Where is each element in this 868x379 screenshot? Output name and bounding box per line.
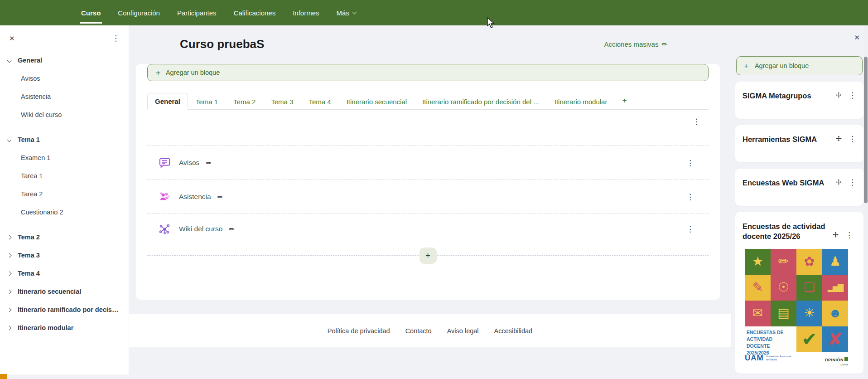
sidebar-item-avisos[interactable]: Avisos — [0, 69, 129, 87]
tab-tema-2[interactable]: Tema 2 — [226, 93, 263, 110]
tab-itinerario-modular[interactable]: Itinerario modular — [547, 93, 615, 110]
sidebar-section-general[interactable]: General — [0, 51, 129, 69]
corner-orange-marker — [0, 374, 7, 379]
item-label: Wiki del curso — [21, 111, 62, 118]
tab-informes[interactable]: Informes — [284, 0, 328, 25]
opinion-logo-sub: cuenta — [825, 363, 848, 366]
tab-configuracion[interactable]: Configuración — [109, 0, 169, 25]
tab-itinerario-secuencial[interactable]: Itinerario secuencial — [339, 93, 415, 110]
poster-tile-layers: ❏ — [796, 275, 822, 301]
activity-link-asistencia[interactable]: Asistencia — [179, 193, 211, 201]
tab-calificaciones[interactable]: Calificaciones — [225, 0, 285, 25]
activity-row-avisos: Avisos ✏ ⋮ — [147, 146, 709, 180]
page-title: Curso pruebaS — [180, 37, 264, 51]
block-kebab-icon[interactable]: ⋮ — [849, 179, 856, 186]
item-label: Examen 1 — [21, 154, 50, 161]
sidebar-section-tema-1[interactable]: Tema 1 — [0, 131, 129, 149]
tab-informes-label: Informes — [293, 9, 319, 17]
add-activity-button[interactable]: + — [420, 248, 437, 264]
item-label: Avisos — [21, 75, 40, 82]
tab-tema-1[interactable]: Tema 1 — [188, 93, 226, 110]
chevron-down-icon — [7, 58, 12, 63]
poster-tile-pencil: ✏ — [771, 249, 796, 275]
chevron-right-icon — [7, 271, 12, 276]
poster-cross-icon: ✘ — [822, 326, 848, 352]
move-block-icon[interactable] — [835, 92, 842, 98]
sidebar-section-tema-4[interactable]: Tema 4 — [0, 264, 129, 282]
opinion-logo-square — [844, 357, 848, 361]
course-index-kebab-icon[interactable]: ⋮ — [112, 34, 120, 42]
sidebar-item-tarea-2[interactable]: Tarea 2 — [0, 185, 129, 203]
poster-tile-orgchart: ♟ — [822, 249, 848, 275]
sidebar-item-cuestionario-2[interactable]: Cuestionario 2 — [0, 203, 129, 221]
chevron-right-icon — [7, 326, 12, 330]
sidebar-item-examen-1[interactable]: Examen 1 — [0, 149, 129, 167]
item-label: Tarea 2 — [21, 190, 43, 198]
block-kebab-icon[interactable]: ⋮ — [845, 231, 853, 239]
tab-general[interactable]: General — [147, 93, 188, 110]
block-title: Encuestas de actividad docente 2025/26 — [743, 221, 829, 242]
activity-row-asistencia: Asistencia ✏ ⋮ — [147, 180, 709, 214]
chevron-right-icon — [7, 235, 12, 239]
tab-participantes[interactable]: Participantes — [169, 0, 225, 25]
activity-kebab-icon[interactable]: ⋮ — [686, 193, 694, 201]
close-blocks-drawer-icon[interactable]: ✕ — [854, 34, 860, 41]
chevron-down-icon — [7, 137, 12, 142]
block-title: Encuestas Web SIGMA — [743, 178, 832, 188]
activity-link-avisos[interactable]: Avisos — [179, 159, 199, 167]
add-section-tab-button[interactable]: + — [615, 92, 634, 109]
edit-pencil-icon[interactable]: ✏ — [217, 194, 223, 200]
block-kebab-icon[interactable]: ⋮ — [849, 135, 856, 143]
footer-link-aviso-legal[interactable]: Aviso legal — [447, 327, 479, 335]
sidebar-item-tarea-1[interactable]: Tarea 1 — [0, 167, 129, 185]
poster-tile-easel: ✎ — [745, 275, 771, 301]
bulk-actions-link[interactable]: Acciones masivas ✏ — [604, 40, 667, 48]
tab-itinerario-ramificado[interactable]: Itinerario ramificado por decisión del .… — [415, 93, 547, 110]
sidebar-section-itinerario-modular[interactable]: Itinerario modular — [0, 319, 129, 337]
poster-tile-cap: ★ — [745, 249, 771, 275]
block-sigma-metagrupos: SIGMA Metagrupos ⋮ — [735, 82, 863, 119]
activity-row-wiki: Wiki del curso ✏ ⋮ — [147, 214, 709, 244]
edit-pencil-icon[interactable]: ✏ — [206, 160, 212, 166]
footer-link-privacidad[interactable]: Política de privacidad — [328, 327, 390, 335]
poster-tile-envelope: ✉ — [745, 301, 771, 326]
poster-tile-diploma: ✿ — [796, 249, 822, 275]
footer-link-accesibilidad[interactable]: Accesibilidad — [494, 327, 533, 335]
bulk-actions-label: Acciones masivas — [604, 40, 658, 48]
move-block-icon[interactable] — [835, 135, 842, 142]
move-block-icon[interactable] — [835, 179, 842, 185]
add-block-button-main[interactable]: + Agregar un bloque — [147, 64, 709, 81]
sidebar-section-tema-3[interactable]: Tema 3 — [0, 246, 129, 264]
scrollbar-thumb[interactable] — [864, 57, 868, 203]
sidebar-section-itinerario-ramificado[interactable]: Itinerario ramificado por decisió... — [0, 301, 129, 319]
sidebar-item-asistencia[interactable]: Asistencia — [0, 87, 129, 106]
add-block-button-drawer[interactable]: + Agregar un bloque — [736, 56, 863, 75]
move-block-icon[interactable] — [832, 231, 839, 238]
edit-pencil-icon[interactable]: ✏ — [229, 226, 235, 233]
footer-link-contacto[interactable]: Contacto — [405, 327, 432, 335]
sidebar-item-wiki-del-curso[interactable]: Wiki del curso — [0, 106, 129, 124]
attendance-icon — [159, 191, 171, 203]
opinion-logo: OPINIÓN — [825, 358, 844, 362]
poster-tile-graduate: ☻ — [822, 301, 848, 326]
block-kebab-icon[interactable]: ⋮ — [849, 92, 856, 99]
edit-pencil-icon: ✏ — [661, 41, 667, 48]
sidebar-section-tema-2[interactable]: Tema 2 — [0, 228, 129, 246]
vertical-scrollbar[interactable] — [863, 25, 868, 379]
tab-curso[interactable]: Curso — [72, 0, 109, 25]
plus-icon: + — [156, 69, 160, 77]
activity-kebab-icon[interactable]: ⋮ — [686, 159, 694, 167]
activity-kebab-icon[interactable]: ⋮ — [686, 225, 694, 233]
section-label: Tema 2 — [18, 233, 40, 241]
section-kebab-icon[interactable]: ⋮ — [693, 118, 700, 126]
tab-mas-dropdown[interactable]: Más — [328, 0, 365, 25]
sidebar-section-itinerario-secuencial[interactable]: Itinerario secuencial — [0, 282, 129, 301]
close-drawer-icon[interactable]: ✕ — [9, 35, 15, 42]
activity-link-wiki[interactable]: Wiki del curso — [179, 225, 222, 233]
tab-tema-4[interactable]: Tema 4 — [301, 93, 338, 110]
item-label: Tarea 1 — [21, 172, 43, 180]
section-label: Itinerario modular — [18, 324, 73, 331]
tab-participantes-label: Participantes — [177, 9, 217, 17]
forum-icon — [159, 157, 171, 169]
tab-tema-3[interactable]: Tema 3 — [263, 93, 301, 110]
